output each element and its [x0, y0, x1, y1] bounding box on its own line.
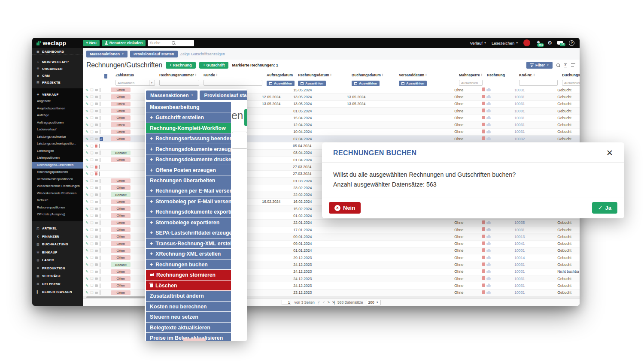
first-page-button[interactable]: |< — [318, 300, 320, 305]
pdf-icon[interactable] — [482, 87, 485, 91]
comment-icon[interactable] — [95, 187, 98, 189]
sidebar-item-wiederkehrende-positionen[interactable]: Wiederkehrende Positionen — [32, 190, 83, 197]
comment-icon[interactable] — [95, 278, 98, 280]
menu-item-gutschrift-erstellen[interactable]: +Gutschrift erstellen — [146, 112, 231, 122]
copy-icon[interactable]: ❏ — [90, 207, 93, 211]
menu-item-rechnung-komplett-workflow[interactable]: Rechnung-Komplett-Workflow — [146, 123, 231, 133]
copy-icon[interactable]: ❏ — [90, 263, 93, 267]
copy-icon[interactable]: ❏ — [90, 102, 93, 106]
copy-icon[interactable]: ❏ — [90, 193, 93, 197]
sidebar-item-mein-weclapp[interactable]: ⌂MEIN WECLAPP — [32, 58, 83, 65]
copy-icon[interactable]: ❏ — [90, 137, 93, 141]
comment-icon[interactable] — [95, 96, 98, 98]
copy-icon[interactable]: ❏ — [90, 186, 93, 190]
row-checkbox[interactable] — [100, 102, 100, 106]
search-input[interactable]: Suche — [148, 40, 194, 46]
copy-icon[interactable]: ❏ — [90, 249, 93, 253]
column-header-mahnsperre[interactable]: Mahnsperre▲▼ — [457, 73, 485, 77]
customer-number-link[interactable]: 10031 — [514, 102, 525, 106]
comment-icon[interactable] — [95, 242, 98, 245]
row-checkbox[interactable]: ✓ — [100, 137, 103, 141]
menu-item-rechnungsdokumente-erzeugen[interactable]: +Rechnungsdokumente erzeugen — [146, 144, 231, 154]
column-header-rechnungsdatum[interactable]: Rechnungsdatum▲▼ — [296, 73, 350, 77]
customer-number-link[interactable]: 10041 — [514, 241, 525, 246]
row-checkbox[interactable] — [100, 277, 100, 281]
filter-input[interactable] — [159, 80, 199, 86]
customer-number-link[interactable]: 10031 — [514, 290, 525, 295]
select-all-checkbox[interactable]: − — [104, 74, 107, 78]
customer-number-link[interactable]: 10031 — [514, 95, 525, 99]
sidebar-item-angebote[interactable]: Angebote — [32, 98, 83, 105]
copy-icon[interactable]: ❏ — [90, 165, 93, 169]
copy-icon[interactable]: ❏ — [90, 277, 93, 281]
pdf-icon[interactable] — [482, 227, 485, 231]
copy-icon[interactable]: ❏ — [90, 130, 93, 134]
copy-icon[interactable]: ❏ — [90, 123, 93, 127]
table-search-icon[interactable] — [556, 63, 560, 67]
customer-number-link[interactable]: 10031 — [514, 269, 525, 274]
copy-icon[interactable]: ❏ — [90, 158, 93, 162]
row-checkbox[interactable] — [100, 241, 100, 246]
menu-item-l-schen[interactable]: Löschen — [146, 281, 231, 290]
edit-icon[interactable]: ✎ — [85, 109, 88, 113]
menu-item-rechnungen-berarbeiten[interactable]: Rechnungen überarbeiten — [146, 175, 231, 185]
copy-icon[interactable]: ❏ — [90, 179, 93, 183]
customer-number-link[interactable]: 10031 — [514, 277, 525, 281]
edit-icon[interactable]: ✎ — [85, 290, 88, 295]
comment-icon[interactable] — [95, 152, 98, 154]
row-checkbox[interactable] — [100, 199, 100, 204]
cloud-icon[interactable] — [486, 110, 491, 112]
pdf-icon[interactable] — [482, 116, 485, 120]
pdf-icon[interactable] — [482, 136, 485, 140]
row-checkbox[interactable] — [100, 116, 100, 120]
edit-icon[interactable]: ✎ — [85, 172, 88, 176]
edit-icon[interactable]: ✎ — [85, 165, 88, 169]
row-checkbox[interactable] — [100, 248, 100, 253]
pdf-icon[interactable] — [482, 241, 485, 245]
sidebar-item-einkauf[interactable]: ⊞EINKAUF — [32, 248, 83, 256]
copy-icon[interactable]: ❏ — [90, 88, 93, 92]
row-checkbox[interactable] — [100, 123, 100, 127]
massenaktionen-dropdown-button[interactable]: Massenaktionen▼ — [146, 90, 197, 100]
comment-icon[interactable] — [95, 229, 98, 231]
comment-icon[interactable] — [95, 89, 98, 91]
comment-icon[interactable] — [95, 292, 98, 294]
sidebar-item-lager[interactable]: ⊟LAGER — [32, 256, 83, 265]
date-filter-button[interactable]: Auswählen — [298, 81, 326, 87]
verlauf-menu[interactable]: Verlauf▼ — [470, 41, 486, 45]
row-checkbox[interactable] — [100, 256, 100, 260]
sidebar-item-rechnungen-gutschriften[interactable]: Rechnungen/Gutschriften — [32, 162, 83, 169]
sidebar-item-auftragspositionen[interactable]: Auftragspositionen — [32, 119, 83, 127]
settings-gear-icon[interactable]: ⚙ — [547, 40, 552, 46]
column-header-knd-nr-[interactable]: Knd-Nr.▲▼ — [517, 73, 560, 77]
comment-icon[interactable] — [95, 201, 98, 203]
cloud-icon[interactable] — [486, 124, 491, 127]
edit-icon[interactable]: ✎ — [85, 248, 88, 253]
sidebar-item-buchhaltung[interactable]: ▥BUCHHALTUNG — [32, 241, 83, 249]
pdf-icon[interactable] — [482, 290, 485, 294]
sidebar-item-projekte[interactable]: ▤PROJEKTE — [32, 79, 83, 86]
customer-number-link[interactable]: 10031 — [514, 262, 525, 267]
edit-icon[interactable]: ✎ — [85, 158, 88, 162]
chat-icon[interactable]: 10 — [557, 40, 564, 46]
menu-item-rechnungen-per-e-mail-versenden[interactable]: +Rechnungen per E-Mail versenden — [146, 186, 231, 196]
sidebar-item-produktion[interactable]: ⚙PRODUKTION — [32, 264, 83, 272]
menu-item-zusatzattribut-ndern[interactable]: Zusatzattribut ändern — [146, 291, 231, 301]
menu-item-rechnungserfassung-beenden[interactable]: +Rechnungserfassung beenden — [146, 133, 231, 143]
edit-icon[interactable]: ✎ — [85, 116, 88, 120]
copy-icon[interactable]: ❏ — [90, 172, 93, 176]
edit-icon[interactable]: ✎ — [85, 123, 88, 127]
cloud-icon[interactable] — [486, 229, 491, 231]
pdf-icon[interactable] — [482, 95, 485, 99]
column-settings-icon[interactable] — [571, 63, 575, 67]
row-checkbox[interactable] — [100, 88, 100, 92]
comment-icon[interactable] — [95, 214, 98, 217]
pdf-icon[interactable] — [482, 262, 485, 266]
cloud-icon[interactable] — [486, 96, 491, 99]
row-checkbox[interactable] — [100, 214, 100, 218]
sidebar-item-retourenpositionen[interactable]: Retourenpositionen — [32, 204, 83, 211]
sidebar-item-verkauf[interactable]: ◈ VERKAUF — [32, 91, 83, 98]
cloud-icon[interactable] — [486, 138, 491, 140]
sidebar-item-rechnungspositionen[interactable]: Rechnungspositionen — [32, 169, 83, 176]
date-filter-button[interactable]: Auswählen — [399, 81, 427, 87]
